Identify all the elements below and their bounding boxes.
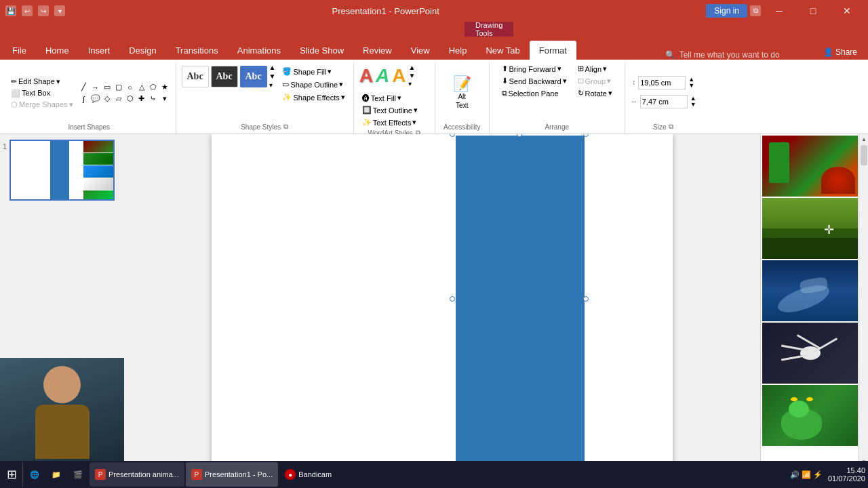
tab-transitions[interactable]: Transitions: [166, 41, 228, 60]
shape-parallelogram[interactable]: ▱: [113, 94, 124, 104]
handle-top-right[interactable]: [583, 134, 589, 137]
shape-fill-button[interactable]: 🪣 Shape Fill ▾: [279, 66, 347, 77]
shape-connector[interactable]: ⤷: [148, 94, 159, 104]
minimize-button[interactable]: ─: [764, 0, 795, 22]
height-spinner: ▲ ▼: [688, 77, 694, 89]
style-scroll-down[interactable]: ▼: [269, 73, 276, 81]
tab-slideshow[interactable]: Slide Show: [290, 41, 353, 60]
slide-thumbnail[interactable]: [9, 140, 115, 201]
image-spider[interactable]: [762, 323, 858, 384]
taskbar-explorer[interactable]: 📁: [46, 462, 66, 487]
customize-icon[interactable]: ▾: [54, 5, 65, 16]
send-backward-button[interactable]: ⬇ Send Backward ▾: [499, 76, 570, 86]
wordart-scroll-down[interactable]: ▼: [408, 72, 415, 79]
handle-middle-right[interactable]: [583, 296, 589, 302]
taskbar-ppt-anim[interactable]: P Presentation anima...: [90, 462, 184, 487]
tab-design[interactable]: Design: [119, 41, 165, 60]
shape-star[interactable]: ★: [159, 82, 170, 93]
text-effects-button[interactable]: ✨ Text Effects ▾: [359, 117, 420, 127]
restore-window-icon[interactable]: ⧉: [750, 5, 761, 16]
wordart-scroll-up[interactable]: ▲: [408, 64, 415, 71]
shape-style-1[interactable]: Abc: [182, 66, 209, 87]
shape-outline-button[interactable]: ▭ Shape Outline ▾: [279, 79, 347, 89]
style-scroll-more[interactable]: ▾: [269, 81, 276, 89]
shape-hexagon[interactable]: ⬡: [125, 94, 136, 104]
text-outline-button[interactable]: 🔲 Text Outline ▾: [359, 105, 420, 115]
save-icon[interactable]: 💾: [5, 5, 16, 16]
start-button[interactable]: ⊞: [3, 467, 21, 482]
blue-rectangle-shape[interactable]: [456, 136, 585, 465]
style-scroll-up[interactable]: ▲: [269, 64, 276, 72]
selection-pane-button[interactable]: ⧉ Selection Pane: [499, 88, 570, 98]
wordart-style-2[interactable]: A: [376, 65, 389, 87]
image-venus-flytrap[interactable]: [762, 136, 858, 197]
shape-pentagon[interactable]: ⬠: [148, 82, 159, 93]
tab-help[interactable]: Help: [439, 41, 477, 60]
tab-home[interactable]: Home: [36, 41, 79, 60]
shape-style-2[interactable]: Abc: [211, 66, 238, 87]
taskbar-ppt-main[interactable]: P Presentation1 - Po...: [186, 462, 278, 487]
search-input[interactable]: [679, 50, 815, 60]
width-down[interactable]: ▼: [690, 102, 696, 108]
text-fill-button[interactable]: 🅐 Text Fill ▾: [359, 93, 420, 103]
taskbar-edge[interactable]: 🌐: [24, 462, 45, 487]
wordart-style-1[interactable]: A: [359, 65, 373, 87]
image-frog[interactable]: [762, 385, 858, 446]
shape-effects-button[interactable]: ✨ Shape Effects ▾: [279, 92, 347, 102]
shape-curve[interactable]: ∫: [79, 94, 90, 104]
redo-icon[interactable]: ↪: [38, 5, 49, 16]
sign-in-button[interactable]: Sign in: [706, 4, 747, 18]
wordart-scroll-more[interactable]: ▾: [408, 80, 415, 87]
bring-forward-button[interactable]: ⬆ Bring Forward ▾: [499, 64, 570, 74]
height-input[interactable]: 19,05 cm: [638, 76, 686, 89]
rotate-button[interactable]: ↻ Rotate ▾: [575, 88, 615, 98]
shape-diamond[interactable]: ◇: [102, 94, 113, 104]
wordart-style-3[interactable]: A: [392, 65, 406, 87]
webcam-panel: [0, 358, 124, 466]
alt-text-button[interactable]: 📝 Alt Text: [449, 75, 475, 110]
group-button[interactable]: ⊡ Group ▾: [575, 76, 615, 86]
titlebar-left: 💾 ↩ ↪ ▾: [5, 5, 65, 16]
shape-line[interactable]: ╱: [79, 82, 90, 93]
undo-icon[interactable]: ↩: [22, 5, 33, 16]
shape-arrow[interactable]: →: [90, 82, 101, 93]
shape-styles-expand[interactable]: ⧉: [283, 123, 288, 131]
maximize-button[interactable]: □: [797, 0, 829, 22]
tab-view[interactable]: View: [401, 41, 439, 60]
shape-cross[interactable]: ✚: [136, 94, 147, 104]
wordart-styles-row: A A A ▲ ▼ ▾: [359, 64, 416, 87]
thumb-img5: [83, 190, 113, 201]
width-input[interactable]: 7,47 cm: [640, 95, 688, 108]
shape-callout[interactable]: 💬: [90, 94, 101, 104]
shape-rect[interactable]: ▭: [102, 82, 113, 93]
size-expand[interactable]: ⧉: [669, 123, 673, 131]
canvas-area: [124, 134, 760, 466]
tab-format[interactable]: Format: [530, 41, 576, 60]
tab-file[interactable]: File: [3, 41, 36, 60]
shape-style-3[interactable]: Abc: [240, 66, 267, 87]
text-box-button[interactable]: ⬜Text Box: [8, 88, 76, 98]
scroll-up-btn[interactable]: ▲: [859, 134, 868, 144]
tab-review[interactable]: Review: [353, 41, 401, 60]
align-button[interactable]: ⊞ Align ▾: [575, 64, 615, 74]
tab-animations[interactable]: Animations: [228, 41, 290, 60]
taskbar-bandicam[interactable]: ● Bandicam: [279, 462, 337, 487]
shape-triangle[interactable]: △: [136, 82, 147, 93]
merge-shapes-button[interactable]: ⬡Merge Shapes▾: [8, 100, 76, 110]
shape-rounded-rect[interactable]: ▢: [113, 82, 124, 93]
shape-more[interactable]: ▾: [159, 94, 170, 104]
handle-middle-left[interactable]: [450, 296, 455, 302]
image-green-marsh[interactable]: ✛: [762, 198, 858, 259]
taskbar-app1[interactable]: 🎬: [68, 462, 88, 487]
shape-circle[interactable]: ○: [125, 82, 136, 93]
tab-newtab[interactable]: New Tab: [476, 41, 529, 60]
scroll-thumb[interactable]: [861, 145, 867, 165]
height-down[interactable]: ▼: [688, 83, 694, 89]
close-button[interactable]: ✕: [831, 0, 863, 22]
slide-canvas[interactable]: [212, 134, 673, 466]
share-button[interactable]: 👤 Share: [815, 45, 865, 60]
tab-insert[interactable]: Insert: [79, 41, 120, 60]
handle-top-left[interactable]: [450, 134, 455, 137]
edit-shape-button[interactable]: ✏Edit Shape▾: [8, 77, 76, 87]
image-squid[interactable]: [762, 260, 858, 321]
